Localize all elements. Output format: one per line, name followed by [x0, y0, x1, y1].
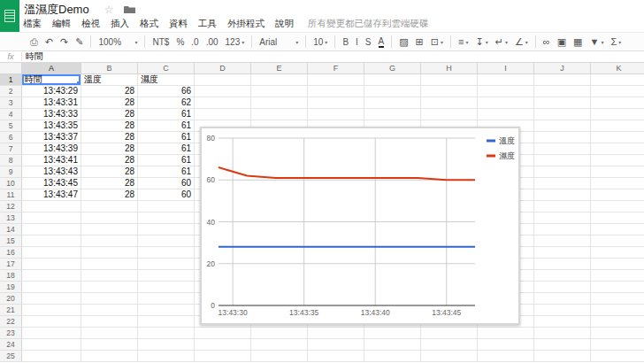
menu-help[interactable]: 說明: [270, 16, 299, 32]
star-icon[interactable]: ☆: [104, 4, 114, 16]
cell-C12[interactable]: [138, 201, 195, 212]
column-header-H[interactable]: H: [421, 63, 478, 74]
cell-A3[interactable]: 13:43:31: [22, 97, 81, 109]
cell-A24[interactable]: [22, 339, 81, 351]
cell-D2[interactable]: [195, 86, 251, 97]
row-header-11[interactable]: 11: [0, 189, 22, 201]
cell-C21[interactable]: [138, 305, 195, 316]
cell-J13[interactable]: [534, 212, 591, 224]
cell-G25[interactable]: [364, 351, 421, 362]
cell-C18[interactable]: [138, 270, 195, 282]
cell-K24[interactable]: [591, 339, 644, 351]
cell-H3[interactable]: [421, 97, 478, 109]
row-header-17[interactable]: 17: [0, 259, 22, 270]
cell-B13[interactable]: [81, 212, 138, 224]
cell-K14[interactable]: [591, 224, 644, 236]
cell-K13[interactable]: [591, 212, 644, 224]
insert-link-icon[interactable]: ∞: [540, 34, 554, 50]
cell-D1[interactable]: [195, 74, 251, 86]
cell-J20[interactable]: [534, 293, 591, 305]
cell-E1[interactable]: [251, 74, 308, 86]
cell-B6[interactable]: 28: [81, 132, 138, 143]
fill-color-icon[interactable]: ▨: [395, 34, 411, 50]
cell-B2[interactable]: 28: [81, 86, 138, 97]
cell-B5[interactable]: 28: [81, 120, 138, 132]
cell-A12[interactable]: [22, 201, 81, 212]
cell-C10[interactable]: 60: [138, 178, 195, 189]
cell-D23[interactable]: [195, 328, 251, 339]
cell-K8[interactable]: [591, 155, 644, 166]
cell-J3[interactable]: [534, 97, 591, 109]
cell-I23[interactable]: [478, 328, 534, 339]
cell-B12[interactable]: [81, 201, 138, 212]
cell-F2[interactable]: [308, 86, 364, 97]
strikethrough-button[interactable]: S: [362, 34, 375, 50]
cell-J24[interactable]: [534, 339, 591, 351]
menu-edit[interactable]: 編輯: [47, 16, 76, 32]
zoom-select-button[interactable]: 100%▾: [95, 34, 141, 50]
cell-I2[interactable]: [478, 86, 534, 97]
cell-E25[interactable]: [251, 351, 308, 362]
cell-C1[interactable]: 濕度: [138, 74, 195, 86]
cell-J21[interactable]: [534, 305, 591, 316]
cell-B22[interactable]: [81, 316, 138, 328]
cell-K1[interactable]: [591, 74, 644, 86]
cell-A20[interactable]: [22, 293, 81, 305]
row-header-19[interactable]: 19: [0, 282, 22, 293]
cell-H2[interactable]: [421, 86, 478, 97]
cell-J15[interactable]: [534, 236, 591, 247]
cell-A21[interactable]: [22, 305, 81, 316]
cell-A17[interactable]: [22, 259, 81, 270]
row-header-10[interactable]: 10: [0, 178, 22, 189]
menu-file[interactable]: 檔案: [18, 16, 47, 32]
cell-G24[interactable]: [364, 339, 421, 351]
cell-J4[interactable]: [534, 109, 591, 120]
menu-view[interactable]: 檢視: [76, 16, 105, 32]
cell-D24[interactable]: [195, 339, 251, 351]
menu-data[interactable]: 資料: [164, 16, 193, 32]
cell-K25[interactable]: [591, 351, 644, 362]
cell-H23[interactable]: [421, 328, 478, 339]
print-icon[interactable]: ⎙: [27, 34, 42, 50]
cell-K12[interactable]: [591, 201, 644, 212]
document-title[interactable]: 溫濕度Demo: [24, 2, 89, 18]
cell-J11[interactable]: [534, 189, 591, 201]
column-header-B[interactable]: B: [81, 63, 138, 74]
cell-B15[interactable]: [81, 236, 138, 247]
row-header-6[interactable]: 6: [0, 132, 22, 143]
cell-D3[interactable]: [195, 97, 251, 109]
cell-G1[interactable]: [364, 74, 421, 86]
decrease-decimal-button[interactable]: .0: [188, 34, 202, 50]
cell-B24[interactable]: [81, 339, 138, 351]
cell-D25[interactable]: [195, 351, 251, 362]
font-size-select-button[interactable]: 10▾: [310, 34, 331, 50]
borders-icon[interactable]: ⊞: [412, 34, 427, 50]
cell-J18[interactable]: [534, 270, 591, 282]
menu-tools[interactable]: 工具: [193, 16, 222, 32]
row-header-24[interactable]: 24: [0, 339, 22, 351]
cell-K17[interactable]: [591, 259, 644, 270]
cell-C25[interactable]: [138, 351, 195, 362]
row-header-9[interactable]: 9: [0, 166, 22, 178]
cell-K7[interactable]: [591, 143, 644, 155]
column-header-A[interactable]: A: [22, 63, 81, 74]
cell-C22[interactable]: [138, 316, 195, 328]
cell-B20[interactable]: [81, 293, 138, 305]
cell-I4[interactable]: [478, 109, 534, 120]
cell-B3[interactable]: 28: [81, 97, 138, 109]
cell-C5[interactable]: 61: [138, 120, 195, 132]
vertical-align-icon[interactable]: ↧▾: [472, 34, 491, 50]
text-color-button[interactable]: A: [375, 34, 388, 50]
select-all-corner[interactable]: [0, 63, 22, 74]
cell-F4[interactable]: [308, 109, 364, 120]
cell-C20[interactable]: [138, 293, 195, 305]
bold-button[interactable]: B: [339, 34, 352, 50]
cell-C17[interactable]: [138, 259, 195, 270]
cell-A13[interactable]: [22, 212, 81, 224]
cell-B1[interactable]: 溫度: [81, 74, 138, 86]
row-header-2[interactable]: 2: [0, 86, 22, 97]
cell-K16[interactable]: [591, 247, 644, 259]
row-header-1[interactable]: 1: [0, 74, 22, 86]
cell-J14[interactable]: [534, 224, 591, 236]
cell-A14[interactable]: [22, 224, 81, 236]
